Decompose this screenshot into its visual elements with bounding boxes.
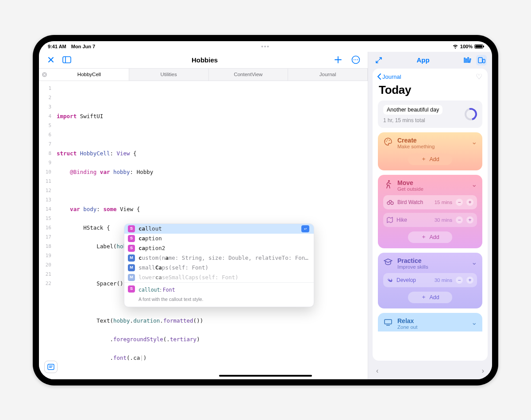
kind-badge-method: M	[128, 274, 135, 281]
autocomplete-item[interactable]: S callout ↩	[124, 224, 314, 234]
autocomplete-item[interactable]: S caption2	[124, 243, 314, 253]
item-duration: 15 mins	[435, 200, 452, 205]
svg-rect-11	[483, 59, 485, 63]
preview-toolbar: App	[368, 52, 492, 69]
back-button[interactable]: Journal	[377, 73, 401, 80]
minus-icon[interactable]: −	[456, 216, 463, 223]
svg-rect-7	[48, 364, 54, 370]
editor-tabs: HobbyCell Utilities ContentView Journal	[39, 69, 368, 81]
card-subtitle: Get outside	[397, 186, 423, 192]
code-editor[interactable]: 12345678910111213141516171819202122 impo…	[39, 81, 368, 379]
close-icon[interactable]	[45, 54, 57, 66]
hobby-item[interactable]: Bird Watch 15 mins − +	[383, 195, 477, 209]
add-button[interactable]: ＋Add	[408, 154, 452, 165]
plus-icon[interactable]: +	[466, 199, 473, 206]
preview-title: App	[384, 56, 462, 64]
kind-badge-static: S	[128, 285, 135, 293]
ipad-frame: 9:41 AM Mon Jun 7 ••• 100%	[33, 35, 498, 385]
autocomplete-item[interactable]: M lowercaseSmallCaps(self: Font)	[124, 273, 314, 282]
card-subtitle: Make something	[397, 144, 435, 149]
card-title: Relax	[397, 317, 417, 324]
ipad-screen: 9:41 AM Mon Jun 7 ••• 100%	[39, 41, 492, 379]
tab-journal[interactable]: Journal	[288, 69, 368, 81]
chevron-down-icon[interactable]: ⌄	[471, 318, 477, 327]
add-button[interactable]: ＋Add	[408, 292, 452, 303]
card-subtitle: Improve skills	[397, 264, 428, 270]
summary-card[interactable]: Another beautiful day 1 hr, 15 mins tota…	[378, 100, 482, 128]
editor-pane: Hobbies HobbyCell Util	[39, 52, 368, 379]
minimap-toggle-icon[interactable]	[44, 361, 58, 373]
next-icon[interactable]: ›	[482, 367, 484, 375]
tab-close-icon[interactable]	[39, 69, 50, 81]
svg-point-3	[354, 59, 354, 60]
tab-utilities[interactable]: Utilities	[129, 69, 209, 81]
svg-point-5	[357, 59, 358, 60]
preview-mode-icon[interactable]	[476, 55, 487, 66]
svg-point-12	[386, 141, 387, 142]
minus-icon[interactable]: −	[456, 199, 463, 206]
battery-icon	[474, 44, 483, 49]
add-button[interactable]: ＋Add	[408, 231, 452, 243]
map-icon	[387, 217, 393, 223]
more-icon[interactable]	[350, 54, 362, 66]
item-name: Bird Watch	[397, 199, 423, 205]
card-title: Practice	[397, 257, 428, 264]
plus-icon: ＋	[421, 293, 427, 301]
sidebar-toggle-icon[interactable]	[61, 54, 73, 66]
svg-point-16	[387, 202, 390, 204]
walk-icon	[383, 179, 393, 189]
prev-icon[interactable]: ‹	[376, 367, 378, 375]
kind-badge-static: S	[128, 235, 135, 242]
chevron-down-icon[interactable]: ⌄	[471, 138, 477, 146]
autocomplete-doc: S callout: Font A font with the callout …	[124, 282, 314, 307]
expand-icon[interactable]	[373, 55, 384, 66]
status-bar: 9:41 AM Mon Jun 7 ••• 100%	[39, 41, 492, 52]
tab-contentview[interactable]: ContentView	[209, 69, 289, 81]
multitask-dots-icon[interactable]: •••	[261, 43, 270, 50]
plus-icon[interactable]: +	[466, 277, 473, 284]
binoculars-icon	[387, 200, 394, 205]
preview-card: Journal ♡ Today Another beautiful day 1 …	[373, 69, 488, 361]
item-name: Develop	[396, 277, 416, 283]
plus-icon: ＋	[421, 155, 427, 163]
svg-point-17	[391, 202, 393, 204]
hobby-item[interactable]: Hike 30 mins − +	[383, 213, 477, 227]
back-label: Journal	[382, 73, 401, 80]
svg-rect-18	[385, 320, 392, 324]
plus-icon[interactable]: +	[466, 216, 473, 223]
hobby-card-create[interactable]: Create Make something ⌄ ＋Add	[378, 132, 482, 170]
minus-icon[interactable]: −	[456, 277, 463, 284]
svg-rect-0	[63, 57, 71, 63]
status-date: Mon Jun 7	[71, 44, 95, 49]
kind-badge-static: S	[128, 245, 135, 252]
chevron-down-icon[interactable]: ⌄	[471, 258, 477, 266]
hobby-card-practice[interactable]: Practice Improve skills ⌄ Develop 30 min…	[378, 253, 482, 308]
palette-icon	[383, 137, 393, 146]
hobby-card-relax[interactable]: Relax Zone out ⌄	[378, 313, 482, 331]
status-time: 9:41 AM	[48, 44, 66, 49]
hobby-item[interactable]: Develop 30 mins − +	[383, 273, 477, 287]
svg-point-13	[387, 139, 388, 140]
card-title: Create	[397, 137, 435, 144]
favorite-icon[interactable]: ♡	[476, 72, 482, 81]
home-indicator[interactable]	[219, 375, 312, 377]
tv-icon	[383, 317, 393, 327]
autocomplete-item[interactable]: M custom(name: String, size: Double, rel…	[124, 253, 314, 263]
chevron-down-icon[interactable]: ⌄	[471, 180, 477, 189]
tab-hobbycell[interactable]: HobbyCell	[50, 69, 129, 81]
summary-subtitle: 1 hr, 15 mins total	[383, 117, 460, 123]
item-duration: 30 mins	[435, 277, 452, 283]
kind-badge-static: S	[128, 225, 135, 232]
return-key-icon: ↩	[301, 225, 309, 232]
autocomplete-popup[interactable]: S callout ↩ S caption S caption2	[124, 223, 314, 307]
kind-badge-method: M	[128, 254, 135, 262]
add-icon[interactable]	[332, 54, 344, 66]
library-icon[interactable]	[462, 55, 473, 66]
card-title: Move	[397, 179, 423, 186]
autocomplete-item[interactable]: M smallCaps(self: Font)	[124, 263, 314, 273]
plus-icon: ＋	[421, 233, 427, 241]
autocomplete-item[interactable]: S caption	[124, 234, 314, 243]
hobby-card-move[interactable]: Move Get outside ⌄ Bird Watch 15 mins −	[378, 175, 482, 248]
svg-point-4	[355, 59, 356, 60]
page-title: Today	[373, 81, 488, 100]
